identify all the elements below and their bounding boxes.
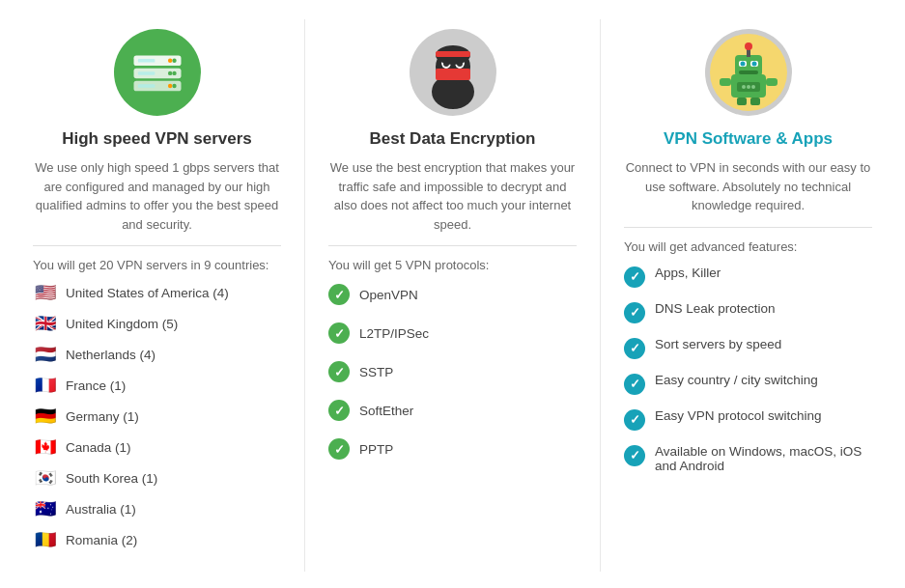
col1-desc: We use only high speed 1 gbps servers th… — [33, 158, 281, 234]
svg-point-34 — [742, 85, 746, 89]
feature-list: Apps, KillerDNS Leak protectionSort serv… — [624, 266, 872, 473]
country-name: Netherlands (4) — [66, 348, 156, 362]
check-icon — [328, 284, 350, 305]
country-flag: 🇬🇧 — [33, 315, 58, 332]
col3-title: VPN Software & Apps — [624, 129, 872, 149]
svg-point-7 — [172, 84, 176, 88]
robot-icon-area — [624, 29, 872, 116]
server-icon — [114, 29, 201, 116]
check-blue-icon — [624, 302, 645, 323]
ninja-icon-area — [328, 29, 577, 116]
col-encryption: Best Data Encryption We use the best enc… — [305, 19, 601, 572]
col3-summary: You will get advanced features: — [624, 239, 872, 254]
col1-title: High speed VPN servers — [33, 129, 281, 149]
country-item: 🇫🇷France (1) — [33, 377, 281, 394]
country-flag: 🇫🇷 — [33, 377, 58, 394]
protocol-item: L2TP/IPSec — [328, 322, 577, 344]
svg-point-36 — [751, 85, 755, 89]
svg-rect-37 — [737, 98, 747, 105]
col-apps: VPN Software & Apps Connect to VPN in se… — [601, 19, 895, 572]
col2-title: Best Data Encryption — [328, 129, 577, 149]
col3-desc: Connect to VPN in seconds with our easy … — [624, 158, 872, 215]
protocol-item: PPTP — [328, 438, 577, 460]
feature-item: Apps, Killer — [624, 266, 872, 288]
col2-desc: We use the best encryption that makes yo… — [328, 158, 577, 234]
country-name: United Kingdom (5) — [66, 317, 178, 331]
feature-item: Easy VPN protocol switching — [624, 408, 872, 431]
col1-divider — [33, 245, 281, 246]
feature-item: DNS Leak protection — [624, 301, 872, 323]
svg-rect-20 — [436, 51, 470, 57]
feature-name: Easy country / city switching — [655, 373, 818, 387]
col1-summary: You will get 20 VPN servers in 9 countri… — [33, 258, 281, 272]
check-blue-icon — [624, 338, 645, 359]
svg-point-8 — [167, 84, 171, 88]
country-item: 🇬🇧United Kingdom (5) — [33, 315, 281, 332]
check-blue-icon — [624, 409, 645, 431]
check-icon — [328, 322, 350, 344]
col-servers: High speed VPN servers We use only high … — [10, 19, 305, 572]
col2-divider — [328, 245, 577, 246]
svg-point-35 — [747, 85, 750, 89]
country-item: 🇺🇸United States of America (4) — [33, 284, 281, 301]
country-item: 🇦🇺Australia (1) — [33, 500, 281, 518]
svg-rect-38 — [750, 98, 760, 105]
svg-rect-30 — [739, 70, 758, 74]
svg-rect-32 — [766, 78, 778, 86]
protocol-name: OpenVPN — [359, 288, 418, 302]
protocol-item: OpenVPN — [328, 284, 577, 305]
protocol-list: OpenVPNL2TP/IPSecSSTPSoftEtherPPTP — [328, 284, 577, 460]
country-list: 🇺🇸United States of America (4)🇬🇧United K… — [33, 284, 281, 548]
feature-item: Easy country / city switching — [624, 373, 872, 395]
country-item: 🇷🇴Romania (2) — [33, 531, 281, 548]
country-item: 🇳🇱Netherlands (4) — [33, 346, 281, 363]
svg-point-5 — [172, 71, 176, 75]
svg-point-27 — [751, 62, 756, 67]
country-item: 🇰🇷South Korea (1) — [33, 469, 281, 487]
country-name: South Korea (1) — [66, 471, 157, 486]
feature-name: Apps, Killer — [655, 266, 721, 280]
country-item: 🇨🇦Canada (1) — [33, 438, 281, 456]
svg-point-4 — [167, 59, 171, 63]
feature-item: Available on Windows, macOS, iOS and And… — [624, 444, 872, 473]
svg-rect-31 — [720, 78, 731, 86]
country-name: Australia (1) — [66, 502, 136, 517]
svg-point-29 — [745, 42, 752, 50]
feature-name: DNS Leak protection — [655, 301, 776, 316]
country-name: France (1) — [66, 378, 126, 393]
country-flag: 🇺🇸 — [33, 284, 58, 301]
check-icon — [328, 361, 350, 382]
svg-rect-9 — [137, 59, 155, 63]
country-flag: 🇳🇱 — [33, 346, 58, 363]
svg-rect-11 — [137, 84, 155, 88]
country-item: 🇩🇪Germany (1) — [33, 407, 281, 425]
country-name: Germany (1) — [66, 409, 139, 424]
protocol-name: L2TP/IPSec — [359, 326, 429, 341]
col2-summary: You will get 5 VPN protocols: — [328, 258, 577, 272]
country-name: Romania (2) — [66, 533, 137, 547]
svg-point-6 — [167, 71, 171, 75]
protocol-name: PPTP — [359, 442, 393, 457]
svg-point-3 — [172, 59, 176, 63]
ninja-icon — [410, 29, 496, 116]
protocol-item: SSTP — [328, 361, 577, 382]
svg-rect-10 — [137, 71, 155, 75]
check-blue-icon — [624, 266, 645, 288]
country-flag: 🇦🇺 — [33, 500, 58, 518]
feature-name: Available on Windows, macOS, iOS and And… — [655, 444, 872, 473]
svg-point-26 — [740, 62, 745, 67]
protocol-name: SSTP — [359, 365, 393, 379]
feature-name: Easy VPN protocol switching — [655, 408, 822, 423]
robot-icon — [705, 29, 792, 116]
country-flag: 🇩🇪 — [33, 407, 58, 425]
country-name: United States of America (4) — [66, 286, 229, 300]
feature-item: Sort servers by speed — [624, 337, 872, 359]
check-icon — [328, 400, 350, 421]
feature-name: Sort servers by speed — [655, 337, 781, 351]
protocol-item: SoftEther — [328, 400, 577, 421]
col3-divider — [624, 227, 872, 228]
check-icon — [328, 438, 350, 460]
country-flag: 🇷🇴 — [33, 531, 58, 548]
country-name: Canada (1) — [66, 440, 131, 455]
country-flag: 🇰🇷 — [33, 469, 58, 487]
